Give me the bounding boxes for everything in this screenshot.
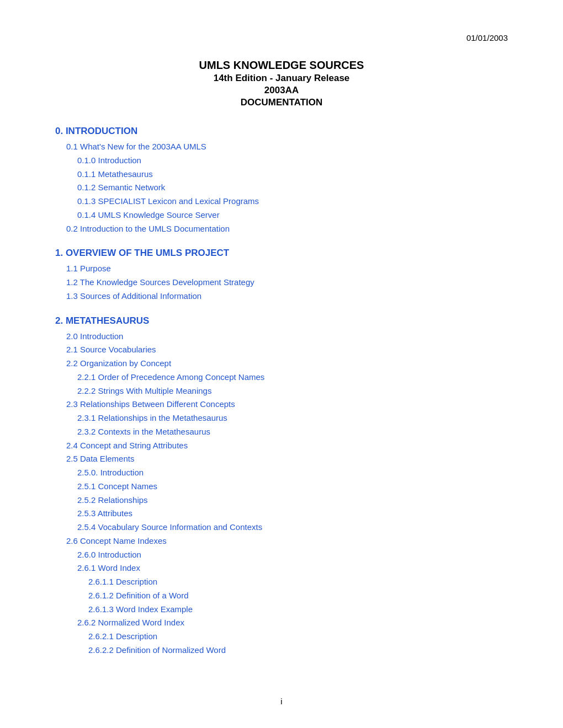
toc-item[interactable]: 2.6.1.1 Description bbox=[55, 575, 508, 589]
toc-item[interactable]: 2.3 Relationships Between Different Conc… bbox=[55, 398, 508, 411]
toc-item[interactable]: 2.6.1 Word Index bbox=[55, 561, 508, 575]
section-heading[interactable]: 2. METATHESAURUS bbox=[55, 315, 508, 326]
toc-item[interactable]: 2.6.2.2 Definition of Normalized Word bbox=[55, 644, 508, 657]
toc-item[interactable]: 2.3.2 Contexts in the Metathesaurus bbox=[55, 425, 508, 439]
toc-item[interactable]: 0.1.0 Introduction bbox=[55, 154, 508, 168]
toc-item[interactable]: 0.1.2 Semantic Network bbox=[55, 181, 508, 195]
toc-item[interactable]: 2.6.1.2 Definition of a Word bbox=[55, 589, 508, 603]
toc-item[interactable]: 2.5.2 Relationships bbox=[55, 494, 508, 507]
toc-item[interactable]: 2.5.4 Vocabulary Source Information and … bbox=[55, 521, 508, 534]
section-heading[interactable]: 1. OVERVIEW OF THE UMLS PROJECT bbox=[55, 248, 508, 259]
toc-item[interactable]: 2.2 Organization by Concept bbox=[55, 357, 508, 371]
toc-section: 1. OVERVIEW OF THE UMLS PROJECT1.1 Purpo… bbox=[55, 248, 508, 303]
toc-item[interactable]: 1.3 Sources of Additional Information bbox=[55, 290, 508, 303]
toc-item[interactable]: 2.6 Concept Name Indexes bbox=[55, 534, 508, 548]
page-number: i bbox=[0, 697, 563, 706]
title-block: UMLS KNOWLEDGE SOURCES 14th Edition - Ja… bbox=[55, 59, 508, 108]
title-line2: 14th Edition - January Release bbox=[55, 73, 508, 84]
toc-item[interactable]: 2.6.2.1 Description bbox=[55, 630, 508, 644]
toc-section: 2. METATHESAURUS2.0 Introduction2.1 Sour… bbox=[55, 315, 508, 657]
toc-item[interactable]: 2.6.2 Normalized Word Index bbox=[55, 616, 508, 630]
toc-item[interactable]: 1.1 Purpose bbox=[55, 262, 508, 276]
section-heading[interactable]: 0. INTRODUCTION bbox=[55, 126, 508, 137]
toc-item[interactable]: 2.6.0 Introduction bbox=[55, 548, 508, 562]
toc-item[interactable]: 0.1.3 SPECIALIST Lexicon and Lexical Pro… bbox=[55, 195, 508, 208]
title-line4: DOCUMENTATION bbox=[55, 97, 508, 108]
toc-item[interactable]: 2.6.1.3 Word Index Example bbox=[55, 603, 508, 617]
toc-item[interactable]: 2.4 Concept and String Attributes bbox=[55, 439, 508, 453]
toc-item[interactable]: 2.5 Data Elements bbox=[55, 452, 508, 466]
title-line1: UMLS KNOWLEDGE SOURCES bbox=[55, 59, 508, 72]
toc-item[interactable]: 2.5.1 Concept Names bbox=[55, 480, 508, 494]
page: 01/01/2003 UMLS KNOWLEDGE SOURCES 14th E… bbox=[0, 0, 563, 728]
date: 01/01/2003 bbox=[55, 33, 508, 42]
toc-item[interactable]: 2.5.3 Attributes bbox=[55, 507, 508, 521]
toc-item[interactable]: 0.1 What's New for the 2003AA UMLS bbox=[55, 140, 508, 154]
toc-item[interactable]: 2.2.1 Order of Precedence Among Concept … bbox=[55, 371, 508, 384]
toc-container: 0. INTRODUCTION0.1 What's New for the 20… bbox=[55, 126, 508, 657]
toc-item[interactable]: 0.2 Introduction to the UMLS Documentati… bbox=[55, 222, 508, 236]
toc-item[interactable]: 2.0 Introduction bbox=[55, 330, 508, 344]
toc-item[interactable]: 0.1.1 Metathesaurus bbox=[55, 168, 508, 181]
toc-item[interactable]: 0.1.4 UMLS Knowledge Source Server bbox=[55, 208, 508, 222]
toc-section: 0. INTRODUCTION0.1 What's New for the 20… bbox=[55, 126, 508, 235]
toc-item[interactable]: 2.5.0. Introduction bbox=[55, 466, 508, 480]
toc-item[interactable]: 2.2.2 Strings With Multiple Meanings bbox=[55, 384, 508, 398]
toc-item[interactable]: 1.2 The Knowledge Sources Development St… bbox=[55, 276, 508, 290]
toc-item[interactable]: 2.1 Source Vocabularies bbox=[55, 343, 508, 357]
toc-item[interactable]: 2.3.1 Relationships in the Metathesaurus bbox=[55, 411, 508, 425]
title-line3: 2003AA bbox=[55, 85, 508, 96]
